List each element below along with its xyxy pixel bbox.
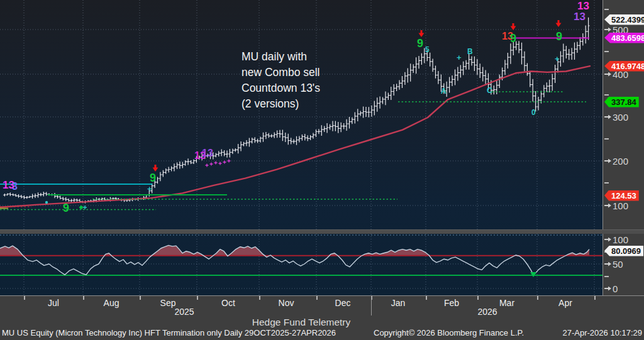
price-tag: 522.4399 — [604, 14, 644, 25]
osc-gridlines — [0, 264, 602, 288]
td-annotation-9: 9 — [150, 172, 156, 184]
price-tag: 483.6598 — [604, 33, 644, 43]
osc-line — [0, 245, 589, 275]
sell-arrow-icon — [153, 165, 158, 172]
axis-minor-tick — [604, 138, 609, 140]
chart-annotation-note: MU daily with new Combo sell Countdown 1… — [242, 49, 320, 112]
td-annotation-9: 9 — [556, 31, 562, 42]
month-label-oct: Oct — [221, 298, 235, 308]
year-label-2025: 2025 — [174, 307, 194, 317]
td-annotation-5: 5 — [425, 46, 430, 53]
month-tick — [140, 296, 141, 300]
axis-tick-label: 50 — [613, 260, 623, 269]
td-annotation-plus: + — [457, 53, 462, 62]
axis-tick-icon — [604, 262, 611, 266]
price-tag: 337.84 — [604, 97, 639, 107]
green-diamond-marker — [79, 206, 84, 210]
axis-tick-icon — [604, 204, 611, 208]
bloomberg-chart-window: MU daily with new Combo sell Countdown 1… — [0, 0, 644, 340]
sell-arrow-icon — [556, 20, 562, 27]
td-annotation-9: 9 — [417, 38, 423, 49]
year-separator — [371, 296, 372, 315]
td-annotation-3: 3 — [12, 182, 18, 192]
timestamp: 27-Apr-2026 10:17:29 — [563, 328, 642, 337]
axis-tick-label: 0 — [613, 284, 618, 293]
security-description: MU US Equity (Micron Technology Inc) HFT… — [2, 328, 336, 337]
axis-tick-icon — [604, 287, 611, 291]
month-tick — [316, 296, 318, 300]
td-annotation-13: 13 — [577, 1, 589, 11]
axis-tick-icon — [604, 115, 611, 119]
note-line: MU daily with — [242, 49, 320, 65]
countdown-plus-markers — [206, 160, 231, 167]
axis-minor-tick — [604, 9, 609, 10]
status-row: MU US Equity (Micron Technology Inc) HFT… — [0, 328, 644, 338]
month-tick — [537, 296, 538, 300]
axis-tick-icon — [604, 159, 611, 163]
note-line: Countdown 13's — [242, 80, 320, 96]
td-annotation-plus: + — [555, 55, 560, 63]
axis-minor-tick — [604, 182, 609, 184]
td-annotation-13: 13 — [574, 11, 586, 22]
month-label-aug: Aug — [104, 298, 119, 308]
axis-tick-icon — [604, 28, 611, 32]
td-annotation-0: 0 — [531, 109, 536, 116]
axis-tick-icon — [604, 72, 611, 77]
price-tag: 124.53 — [604, 190, 639, 201]
month-tick — [197, 296, 198, 300]
note-line: new Combo sell — [242, 65, 320, 80]
month-label-apr: Apr — [558, 298, 572, 308]
osc-overbought-fill — [0, 245, 589, 255]
axis-minor-tick — [604, 276, 609, 277]
month-tick — [24, 296, 25, 300]
month-tick — [83, 296, 84, 300]
month-label-mar: Mar — [499, 298, 514, 308]
month-label-nov: Nov — [279, 298, 294, 308]
month-label-sep: Sep — [160, 298, 176, 308]
note-line: (2 versions) — [242, 96, 320, 112]
axis-minor-tick — [604, 94, 609, 96]
sell-arrow-icon — [511, 23, 516, 30]
cyan-dot-marker — [45, 201, 48, 204]
panel-separator[interactable] — [0, 229, 644, 234]
td-annotation-13: 13 — [202, 148, 213, 158]
bottom-bar: JulAugSepOctNovDecJanFebMarApr20252026 H… — [0, 295, 644, 340]
axis-tick-label: 200 — [613, 156, 628, 166]
chart-plot-area[interactable]: MU daily with new Combo sell Countdown 1… — [0, 0, 602, 295]
axis-tick-label: 100 — [613, 201, 628, 211]
axis-tick-icon — [604, 238, 611, 242]
td-annotation-9: 9 — [63, 202, 69, 214]
month-tick — [259, 296, 260, 300]
copyright-text: Copyright© 2026 Bloomberg Finance L.P. — [374, 328, 524, 337]
axis-tick-label: 300 — [613, 112, 628, 122]
month-tick — [594, 296, 596, 300]
telemetry-watermark: Hedge Fund Telemetry — [0, 317, 602, 328]
price-tag: 80.0969 — [604, 246, 643, 256]
axis-tick-label: 100 — [613, 235, 628, 244]
td-annotation-C: C — [487, 87, 492, 94]
td-annotation-plus: + — [147, 185, 152, 193]
month-label-jan: Jan — [391, 298, 406, 308]
td-annotation-B: B — [467, 48, 473, 55]
price-axis: 500400300200100100500522.4399483.6598416… — [602, 0, 644, 295]
month-tick — [426, 296, 427, 300]
month-label-dec: Dec — [335, 298, 351, 308]
sell-arrow-icon — [419, 30, 425, 37]
axis-minor-tick — [604, 51, 609, 52]
time-axis: JulAugSepOctNovDecJanFebMarApr20252026 — [0, 296, 644, 316]
month-tick — [477, 296, 479, 300]
month-label-jul: Jul — [48, 298, 59, 308]
price-tag: 416.9748 — [604, 61, 644, 72]
year-label-2026: 2026 — [477, 307, 497, 317]
td-annotation-A: A — [441, 87, 447, 95]
td-annotation-9: 9 — [510, 33, 516, 44]
cyan-plus-marker — [83, 206, 87, 209]
month-label-feb: Feb — [444, 298, 459, 308]
